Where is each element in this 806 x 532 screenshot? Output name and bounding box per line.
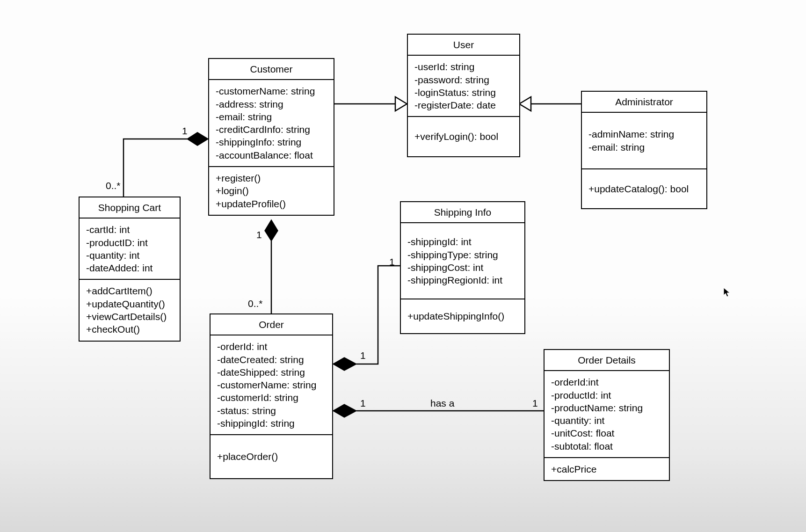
operations-section: +addCartItem() +updateQuantity() +viewCa… bbox=[80, 280, 180, 340]
attribute: -status: string bbox=[217, 404, 326, 417]
operations-section: +verifyLogin(): bool bbox=[408, 117, 519, 156]
operation: +placeOrder() bbox=[217, 450, 326, 463]
class-title: Shopping Cart bbox=[80, 197, 180, 219]
operation: +updateShippingInfo() bbox=[407, 310, 518, 322]
attribute: -customerName: string bbox=[216, 85, 327, 97]
attribute: -userId: string bbox=[414, 60, 513, 73]
class-title: Order bbox=[211, 314, 332, 335]
attribute: -customerName: string bbox=[217, 379, 326, 391]
multiplicity-label: 0..* bbox=[106, 180, 121, 191]
attribute: -shippingId: int bbox=[407, 235, 518, 248]
attribute: -accountBalance: float bbox=[216, 149, 327, 161]
attributes-section: -customerName: string -address: string -… bbox=[209, 80, 334, 167]
uml-canvas: User -userId: string -password: string -… bbox=[0, 0, 806, 532]
attribute: -password: string bbox=[414, 73, 513, 86]
operation: +checkOut() bbox=[86, 323, 173, 335]
operations-section: +updateShippingInfo() bbox=[401, 299, 524, 333]
svg-marker-5 bbox=[333, 404, 356, 417]
operation: +updateQuantity() bbox=[86, 298, 173, 310]
class-title: User bbox=[408, 35, 519, 56]
operation: +register() bbox=[216, 172, 327, 184]
attribute: -registerDate: date bbox=[414, 99, 513, 111]
attribute: -address: string bbox=[216, 98, 327, 110]
attribute: -dateCreated: string bbox=[217, 353, 326, 366]
rel-customer-user bbox=[334, 97, 407, 111]
class-title: Order Details bbox=[545, 350, 669, 371]
attribute: -adminName: string bbox=[588, 128, 700, 140]
multiplicity-label: 1 bbox=[360, 398, 366, 409]
multiplicity-label: 1 bbox=[256, 229, 262, 240]
attribute: -shippingType: string bbox=[407, 248, 518, 261]
attributes-section: -orderId: int -dateCreated: string -date… bbox=[211, 335, 332, 435]
svg-marker-1 bbox=[519, 97, 531, 111]
class-title: Customer bbox=[209, 59, 334, 80]
class-order: Order -orderId: int -dateCreated: string… bbox=[210, 313, 333, 479]
attributes-section: -orderId:int -productId: int -productNam… bbox=[545, 371, 669, 458]
class-shipping-info: Shipping Info -shippingId: int -shipping… bbox=[400, 201, 525, 334]
rel-customer-shoppingcart bbox=[123, 132, 208, 197]
attribute: -subtotal: float bbox=[551, 440, 662, 452]
relationship-label: has a bbox=[430, 398, 454, 409]
rel-admin-user bbox=[519, 97, 581, 111]
attributes-section: -shippingId: int -shippingType: string -… bbox=[401, 223, 524, 299]
operation: +calcPrice bbox=[551, 463, 662, 475]
multiplicity-label: 1 bbox=[532, 398, 538, 409]
operation: +updateProfile() bbox=[216, 197, 327, 210]
attribute: -unitCost: float bbox=[551, 427, 662, 439]
operation: +viewCartDetails() bbox=[86, 310, 173, 323]
attribute: -quantity: int bbox=[551, 414, 662, 427]
rel-customer-order bbox=[265, 220, 278, 313]
class-order-details: Order Details -orderId:int -productId: i… bbox=[544, 349, 670, 481]
class-administrator: Administrator -adminName: string -email:… bbox=[581, 91, 707, 209]
attribute: -email: string bbox=[588, 141, 700, 153]
attribute: -productName: string bbox=[551, 401, 662, 414]
operation: +verifyLogin(): bool bbox=[414, 130, 513, 143]
svg-marker-0 bbox=[395, 97, 407, 111]
attributes-section: -adminName: string -email: string bbox=[582, 113, 706, 169]
attribute: -shippingCost: int bbox=[407, 261, 518, 274]
operations-section: +updateCatalog(): bool bbox=[582, 169, 706, 208]
attribute: -dateAdded: int bbox=[86, 262, 173, 274]
attribute: -email: string bbox=[216, 110, 327, 123]
operation: +updateCatalog(): bool bbox=[588, 182, 700, 195]
attribute: -customerId: string bbox=[217, 391, 326, 404]
attribute: -dateShipped: string bbox=[217, 366, 326, 379]
attribute: -orderId: int bbox=[217, 340, 326, 353]
attribute: -shippingRegionId: int bbox=[407, 274, 518, 286]
operations-section: +calcPrice bbox=[545, 458, 669, 480]
class-shopping-cart: Shopping Cart -cartId: int -productID: i… bbox=[79, 197, 181, 342]
svg-marker-2 bbox=[187, 132, 208, 146]
operation: +login() bbox=[216, 184, 327, 197]
attributes-section: -cartId: int -productID: int -quantity: … bbox=[80, 219, 180, 280]
class-title: Administrator bbox=[582, 92, 706, 113]
operations-section: +register() +login() +updateProfile() bbox=[209, 167, 334, 215]
attribute: -productId: int bbox=[551, 389, 662, 401]
attribute: -orderId:int bbox=[551, 376, 662, 388]
svg-marker-4 bbox=[333, 357, 356, 371]
multiplicity-label: 1 bbox=[389, 256, 395, 268]
operations-section: +placeOrder() bbox=[211, 435, 332, 478]
operation: +addCartItem() bbox=[86, 284, 173, 297]
class-customer: Customer -customerName: string -address:… bbox=[208, 58, 334, 216]
multiplicity-label: 1 bbox=[182, 125, 188, 137]
class-title: Shipping Info bbox=[401, 202, 524, 223]
attribute: -productID: int bbox=[86, 236, 173, 249]
multiplicity-label: 1 bbox=[360, 350, 366, 361]
attribute: -loginStatus: string bbox=[414, 86, 513, 99]
rel-order-shipping bbox=[333, 266, 400, 371]
class-user: User -userId: string -password: string -… bbox=[407, 34, 520, 157]
attribute: -creditCardInfo: string bbox=[216, 123, 327, 136]
attributes-section: -userId: string -password: string -login… bbox=[408, 56, 519, 117]
attribute: -cartId: int bbox=[86, 223, 173, 236]
cursor-icon bbox=[723, 287, 731, 300]
attribute: -quantity: int bbox=[86, 249, 173, 262]
svg-marker-3 bbox=[265, 220, 278, 241]
multiplicity-label: 0..* bbox=[248, 298, 263, 309]
attribute: -shippingInfo: string bbox=[216, 136, 327, 148]
attribute: -shippingId: string bbox=[217, 417, 326, 430]
